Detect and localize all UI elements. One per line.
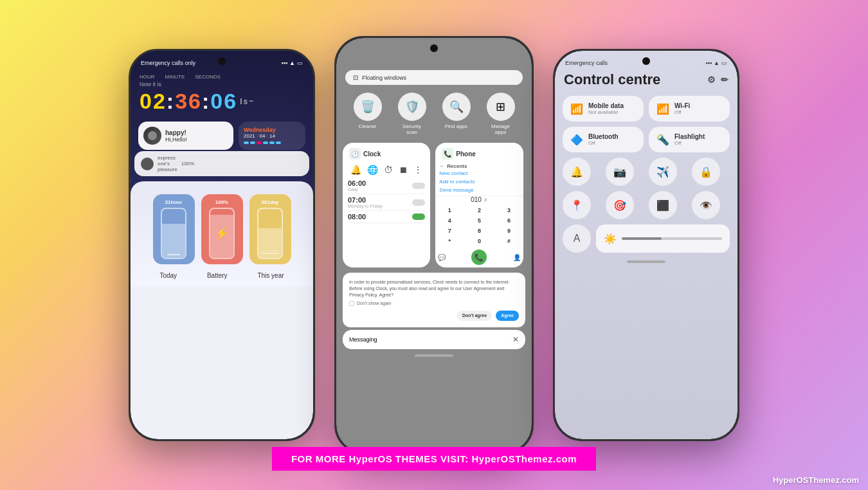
messaging-close[interactable]: ✕ bbox=[512, 335, 519, 344]
new-contact[interactable]: New contact bbox=[439, 169, 519, 177]
battery-card-battery: 100% ⚡ bbox=[201, 194, 243, 264]
msg-icon[interactable]: 💬 bbox=[438, 254, 446, 261]
greeting-text: happy! Hi,Hello! bbox=[165, 129, 187, 143]
world-icon[interactable]: 🌐 bbox=[367, 165, 378, 175]
key-5[interactable]: 5 bbox=[465, 216, 493, 225]
floating-label: Floating windows bbox=[362, 75, 406, 81]
floating-icon: ⊡ bbox=[353, 74, 358, 81]
settings-icon[interactable]: ⚙ bbox=[707, 75, 716, 85]
more-icon[interactable]: ⋮ bbox=[413, 165, 422, 175]
brightness-slider[interactable]: ☀️ bbox=[596, 224, 730, 253]
contact-icon[interactable]: 👤 bbox=[513, 254, 521, 261]
edit-icon[interactable]: ✏ bbox=[721, 75, 728, 85]
messaging-label: Messaging bbox=[349, 336, 377, 343]
findapps-icon: 🔍 bbox=[442, 93, 471, 121]
widget-cards-row: happy! Hi,Hello! Wednesday 2021 · 04 · 1… bbox=[131, 119, 313, 151]
avatar bbox=[143, 127, 161, 145]
phone-recents: ← Recents New contact Add to contacts Se… bbox=[435, 162, 523, 196]
key-6[interactable]: 6 bbox=[495, 216, 523, 225]
location-tile[interactable]: 📍 bbox=[563, 191, 591, 219]
emergency-text: Emergency calls only bbox=[141, 60, 195, 66]
ctrl-signal-icon: ▪▪▪ bbox=[706, 60, 712, 66]
flashlight-tile[interactable]: 🔦 Flashlight Off bbox=[649, 127, 730, 152]
dialpad: 1 2 3 4 5 6 7 8 9 * 0 # bbox=[435, 206, 523, 246]
brightness-a-tile[interactable]: A bbox=[563, 224, 591, 253]
clock-hours: 02 bbox=[140, 89, 167, 114]
prog-6 bbox=[276, 141, 281, 144]
battery-icon-today bbox=[161, 208, 186, 259]
key-8[interactable]: 8 bbox=[465, 226, 493, 235]
phone-3-camera bbox=[642, 57, 650, 65]
brightness-row: A ☀️ bbox=[555, 222, 737, 255]
watermark: HyperOSThemez.com bbox=[773, 475, 859, 485]
alarm-toggle-2[interactable] bbox=[412, 199, 425, 206]
battery-card-today: 21hour bbox=[153, 194, 195, 264]
bell-tile[interactable]: 🔔 bbox=[563, 158, 591, 186]
floating-windows: 🕐 Clock 🔔 🌐 ⏱ ⏹ ⋮ 06:00 bbox=[336, 140, 532, 270]
qa-cleaner[interactable]: 🗑️ Cleaner bbox=[354, 93, 382, 135]
phone-2-camera bbox=[430, 44, 438, 52]
key-3[interactable]: 3 bbox=[495, 206, 523, 215]
key-0[interactable]: 0 bbox=[465, 237, 493, 246]
screenshot-tile[interactable]: 📷 bbox=[606, 158, 634, 186]
mobile-data-icon: 📶 bbox=[570, 103, 583, 115]
prog-3 bbox=[257, 141, 262, 144]
floating-bar[interactable]: ⊡ Floating windows bbox=[345, 70, 523, 85]
key-1[interactable]: 1 bbox=[435, 206, 464, 215]
key-hash[interactable]: # bbox=[495, 237, 523, 246]
key-4[interactable]: 4 bbox=[435, 216, 464, 225]
timer-icon[interactable]: ⏱ bbox=[384, 165, 393, 175]
airplane-tile[interactable]: ✈️ bbox=[649, 158, 677, 186]
clock-prefix: Now it is bbox=[140, 81, 304, 87]
dont-agree-button[interactable]: Don't agree bbox=[457, 311, 492, 321]
messaging-window: Messaging ✕ bbox=[343, 330, 525, 349]
status-icons: ▪▪▪ ▲ ▭ bbox=[282, 60, 303, 66]
signal-icon: ▪▪▪ bbox=[282, 60, 288, 66]
qa-manage[interactable]: ⊞ Manageapps bbox=[487, 93, 515, 135]
brightness-icon: ☀️ bbox=[604, 233, 617, 245]
agree-button[interactable]: Agree bbox=[496, 311, 519, 321]
key-7[interactable]: 7 bbox=[435, 226, 464, 235]
phone-1: Emergency calls only ▪▪▪ ▲ ▭ HOUR MINUTE… bbox=[129, 49, 315, 441]
mobile-data-tile[interactable]: 📶 Mobile data Not available bbox=[563, 96, 644, 122]
greeting-card: happy! Hi,Hello! bbox=[138, 122, 233, 150]
security-icon: 🛡️ bbox=[398, 93, 426, 121]
phone-window-header: 📞 Phone bbox=[435, 143, 523, 162]
dialog-text: In order to provide personalised service… bbox=[349, 279, 519, 298]
focus-tile[interactable]: 🎯 bbox=[606, 191, 634, 219]
key-star[interactable]: * bbox=[435, 237, 464, 246]
scan-tile[interactable]: ⬛ bbox=[649, 191, 677, 219]
stop-icon[interactable]: ⏹ bbox=[399, 165, 408, 175]
key-2[interactable]: 2 bbox=[465, 206, 493, 215]
seconds-label: SECONDS bbox=[195, 74, 221, 80]
prog-4 bbox=[263, 141, 268, 144]
phone-3-screen: Emergency calls ▪▪▪ ▲ ▭ Control centre ⚙… bbox=[555, 51, 737, 439]
wifi-icon: ▲ bbox=[289, 60, 295, 66]
icon-row-2: 📍 🎯 ⬛ 👁️ bbox=[555, 188, 737, 222]
control-status-icons: ▪▪▪ ▲ ▭ bbox=[706, 60, 728, 66]
alarm-icon[interactable]: 🔔 bbox=[350, 165, 361, 175]
call-button[interactable]: 📞 bbox=[471, 250, 487, 265]
send-message[interactable]: Send message bbox=[439, 186, 519, 194]
clock-seconds: 06 bbox=[210, 89, 237, 114]
alarm-toggle-3[interactable] bbox=[412, 213, 425, 220]
lock-tile[interactable]: 🔒 bbox=[692, 158, 720, 186]
express-text: express one's pleasure bbox=[158, 155, 177, 172]
key-9[interactable]: 9 bbox=[495, 226, 523, 235]
flashlight-icon: 🔦 bbox=[656, 134, 669, 146]
dont-show-checkbox[interactable] bbox=[349, 301, 354, 306]
clock-dialog: In order to provide personalised service… bbox=[343, 273, 525, 327]
wifi-tile[interactable]: 📶 Wi-Fi Off bbox=[649, 96, 730, 122]
qa-security[interactable]: 🛡️ Securityscan bbox=[398, 93, 426, 135]
alarm-toggle-1[interactable] bbox=[412, 183, 425, 189]
express-circle bbox=[141, 158, 154, 170]
qa-findapps[interactable]: 🔍 Find apps bbox=[442, 93, 471, 135]
clock-sep2: : bbox=[202, 89, 210, 114]
prog-1 bbox=[244, 141, 249, 144]
add-contacts[interactable]: Add to contacts bbox=[439, 177, 519, 186]
clock-widget: HOUR MINUTE SECONDS Now it is 02 : 36 : … bbox=[131, 69, 313, 119]
bluetooth-tile[interactable]: 🔷 Bluetooth Off bbox=[563, 127, 644, 152]
phone-window: 📞 Phone ← Recents New contact Add to con… bbox=[435, 143, 523, 268]
eye-tile[interactable]: 👁️ bbox=[692, 191, 720, 219]
clock-controls: 🔔 🌐 ⏱ ⏹ ⋮ bbox=[348, 165, 425, 175]
